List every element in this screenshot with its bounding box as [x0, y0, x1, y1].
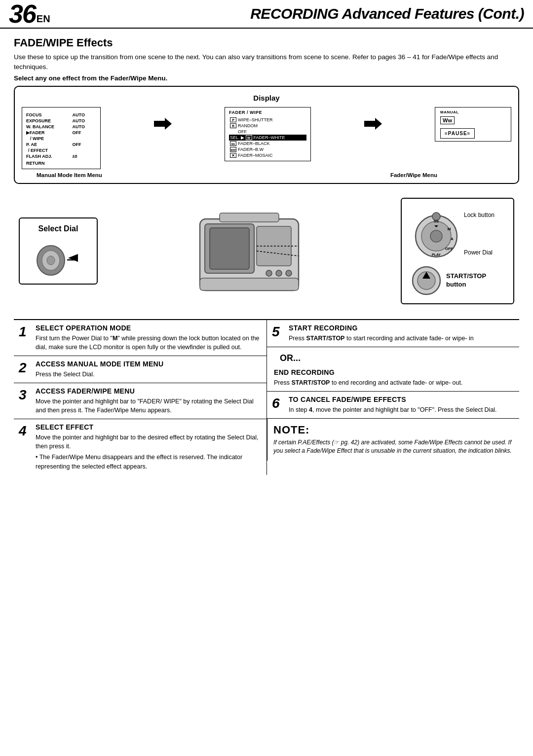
select-dial-label: Select Dial — [28, 224, 89, 233]
table-row: / WIPE — [26, 136, 96, 142]
select-dial-visual — [28, 238, 89, 278]
step-6-title: TO CANCEL FADE/WIPE EFFECTS — [289, 396, 513, 403]
fader-wipe-label: Fader/Wipe Menu — [390, 172, 437, 178]
fader-item-2: R RANDOM — [229, 123, 306, 129]
camera-svg — [170, 194, 328, 308]
page-number: 36 — [9, 1, 36, 28]
ww-label: Ww — [440, 116, 455, 124]
note-title: NOTE: — [273, 424, 513, 436]
svg-text:PLAY: PLAY — [432, 253, 441, 256]
step-2-number: 2 — [19, 361, 32, 379]
step-3: 3 ACCESS FADER/WIPE MENU Move the pointe… — [14, 383, 266, 419]
header-title-text: RECORDING Advanced Features (Cont.) — [250, 5, 524, 22]
table-row: EXPOSURE AUTO — [26, 118, 96, 124]
step-3-content: ACCESS FADER/WIPE MENU Move the pointer … — [36, 387, 261, 415]
svg-point-4 — [47, 256, 55, 265]
svg-text:OFF: OFF — [445, 247, 453, 251]
step-4-number: 4 — [19, 424, 32, 471]
table-row: FOCUS AUTO — [26, 112, 96, 118]
svg-point-14 — [286, 270, 292, 276]
controls-box: SS M A OFF PLAY Lock button Power Dial — [401, 198, 514, 304]
section-title: FADE/WIPE Effects — [14, 36, 519, 49]
step-5-number: 5 — [272, 325, 285, 343]
step-1: 1 SELECT OPERATION MODE First turn the P… — [14, 320, 266, 356]
fader-item-mosaic: ✕ FADER–MOSAIC — [229, 152, 306, 158]
camera-area: Select Dial — [14, 192, 519, 310]
step-4-title: SELECT EFFECT — [36, 423, 261, 431]
or-section: OR... END RECORDING Press START/STOP to … — [267, 347, 519, 392]
step-1-body: First turn the Power Dial to "M" while p… — [36, 334, 261, 352]
header-title: RECORDING Advanced Features (Cont.) — [50, 5, 524, 22]
steps-left-col: 1 SELECT OPERATION MODE First turn the P… — [14, 320, 266, 475]
svg-point-13 — [276, 270, 282, 276]
power-dial-svg: SS M A OFF PLAY — [412, 207, 461, 261]
step-1-number: 1 — [19, 325, 32, 352]
start-stop-area: START/STOPbutton — [412, 266, 503, 295]
page-header: 36 EN RECORDING Advanced Features (Cont.… — [0, 0, 533, 29]
table-row: ▶FADER OFF — [26, 130, 96, 136]
menu-labels: Manual Mode Item Menu Fader/Wipe Menu — [22, 172, 511, 178]
power-dial-label: Power Dial — [464, 249, 495, 256]
display-label: Display — [22, 94, 511, 102]
table-row: FLASH ADJ. ±0 — [26, 153, 96, 159]
lock-button-label: Lock button — [464, 212, 495, 218]
step-2-body: Press the Select Dial. — [36, 370, 261, 379]
menu-arrow-2 — [358, 117, 388, 131]
language-indicator: EN — [37, 13, 50, 28]
svg-point-12 — [266, 270, 272, 276]
fader-menu-title: FADER / WIPE — [229, 110, 306, 115]
svg-rect-11 — [220, 213, 279, 222]
fader-item-selected: SEL. ▶ W FADER–WHITE — [229, 135, 306, 141]
menu-arrow-1 — [148, 117, 178, 131]
display-container: Display FOCUS AUTO EXPOSURE AUTO W. BALA… — [14, 86, 519, 184]
or-label: OR... — [274, 351, 513, 363]
svg-text:M: M — [448, 227, 451, 231]
fader-item-bw: BW FADER–B.W — [229, 146, 306, 152]
svg-marker-0 — [154, 118, 172, 130]
step-2-title: ACCESS MANUAL MODE ITEM MENU — [36, 360, 261, 368]
svg-rect-15 — [200, 278, 299, 290]
table-row: W. BALANCE AUTO — [26, 124, 96, 130]
manual-mode-menu-box: FOCUS AUTO EXPOSURE AUTO W. BALANCE AUTO… — [22, 107, 101, 169]
menu-row: FOCUS AUTO EXPOSURE AUTO W. BALANCE AUTO… — [22, 107, 511, 169]
end-recording-title: END RECORDING — [274, 368, 513, 376]
end-recording-body: Press START/STOP to end recording and ac… — [274, 378, 513, 387]
step-1-title: SELECT OPERATION MODE — [36, 324, 261, 332]
steps-right-col: 5 START RECORDING Press START/STOP to st… — [266, 320, 519, 475]
svg-point-20 — [430, 230, 442, 242]
manual-box: MANUAL Ww ≡PAUSE≡ — [435, 107, 511, 142]
step-4-content: SELECT EFFECT Move the pointer and highl… — [36, 423, 261, 471]
step-6-number: 6 — [272, 396, 285, 414]
fader-item-black: Bk FADER–BLACK — [229, 141, 306, 146]
camera-center — [98, 194, 401, 308]
step-6-content: TO CANCEL FADE/WIPE EFFECTS In step 4, m… — [289, 396, 513, 414]
step-2-content: ACCESS MANUAL MODE ITEM MENU Press the S… — [36, 360, 261, 379]
step-5-content: START RECORDING Press START/STOP to star… — [289, 324, 513, 343]
svg-marker-5 — [68, 254, 78, 262]
step-1-content: SELECT OPERATION MODE First turn the Pow… — [36, 324, 261, 352]
step-4-body: Move the pointer and highlight bar to th… — [36, 433, 261, 471]
power-dial-area: SS M A OFF PLAY Lock button Power Dial — [412, 207, 503, 261]
dial-svg — [34, 238, 83, 278]
step-6: 6 TO CANCEL FADE/WIPE EFFECTS In step 4,… — [267, 392, 519, 419]
end-recording-section: END RECORDING Press START/STOP to end re… — [274, 368, 513, 387]
fader-wipe-menu-box: FADER / WIPE P WIPE–SHUTTER R RANDOM OFF… — [225, 107, 311, 161]
instruction-text: Select any one effect from the Fader/Wip… — [14, 74, 519, 82]
select-dial-box: Select Dial — [19, 217, 98, 285]
step-5: 5 START RECORDING Press START/STOP to st… — [267, 320, 519, 347]
pause-label: ≡PAUSE≡ — [440, 128, 475, 139]
manual-mode-table: FOCUS AUTO EXPOSURE AUTO W. BALANCE AUTO… — [26, 112, 96, 166]
table-row: RETURN — [26, 159, 96, 166]
step-5-title: START RECORDING — [289, 324, 513, 332]
fader-item-off: OFF — [229, 129, 306, 135]
step-4: 4 SELECT EFFECT Move the pointer and hig… — [14, 419, 266, 475]
main-content: FADE/WIPE Effects Use these to spice up … — [0, 29, 533, 480]
step-3-body: Move the pointer and highlight bar to "F… — [36, 397, 261, 415]
table-row: P. AE OFF — [26, 142, 96, 147]
fader-item-1: P WIPE–SHUTTER — [229, 117, 306, 123]
manual-box-title: MANUAL — [440, 110, 506, 114]
svg-text:A: A — [451, 237, 454, 241]
note-body: If certain P.AE/Effects (☞ pg. 42) are a… — [273, 438, 513, 456]
table-row: / EFFECT — [26, 147, 96, 153]
svg-text:SS: SS — [434, 219, 439, 223]
